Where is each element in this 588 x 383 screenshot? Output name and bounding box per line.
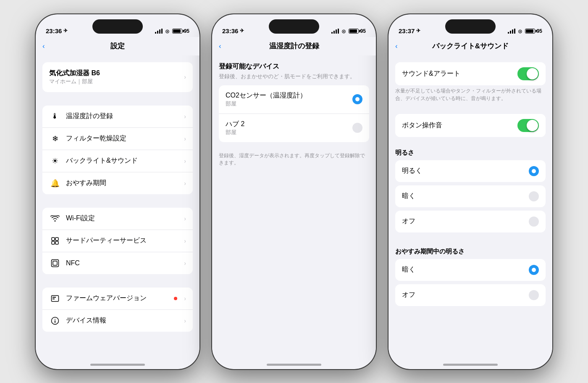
wifi-icon-1: ⊛ [165,28,170,34]
settings-group-3: ファームウェアバージョン › デバイス情報 [42,288,193,332]
status-icons-1: ⊛ 95 [155,28,189,34]
brightness-bright[interactable]: 明るく [395,160,546,182]
reg-section-sub: 登録後、おまかせやのど・肌モードをご利用できます。 [219,73,369,85]
button-sound-row[interactable]: ボタン操作音 [395,114,546,137]
filter-icon: ❄ [49,133,61,145]
thermometer-icon: 🌡 [49,111,61,122]
back-button-3[interactable]: ‹ [395,42,398,50]
brightness-title: 明るさ [395,144,546,160]
reg-device-hub[interactable]: ハブ 2 部屋 [219,114,369,142]
dynamic-island-1 [92,19,143,34]
signal-3 [508,29,515,34]
dynamic-island-3 [445,19,496,34]
svg-rect-8 [52,298,55,299]
battery-icon-1 [172,29,182,34]
brightness-off[interactable]: オフ [395,211,546,232]
sound-section: サウンド&アラート [395,62,546,85]
reg-device-co2[interactable]: CO2センサー（温湿度計） 部屋 [219,85,369,114]
nav-header-2: ‹ 温湿度計の登録 [212,37,376,55]
sleep-brightness-title: おやすみ期間中の明るさ [395,243,546,259]
settings-group-2: Wi-Fi設定 › サードパーティーサービス [42,208,193,274]
brightness-off-radio [529,217,539,227]
back-button-1[interactable]: ‹ [42,42,45,50]
page-title-3: バックライト&サウンド [432,41,509,51]
phone-1: 23:36 ✈ ⊛ 95 [36,14,200,369]
menu-thermometer[interactable]: 🌡 温湿度計の登録 › [42,106,193,128]
battery-icon-3 [525,29,535,34]
svg-rect-3 [55,241,58,244]
wifi-icon-3: ⊛ [518,28,522,34]
reg-note: 登録後、湿度データが表示されます。再度タップして登録解除できます。 [212,147,376,172]
brightness-dark[interactable]: 暗く [395,185,546,207]
svg-rect-0 [52,238,55,240]
device-chevron: › [184,74,186,80]
svg-rect-1 [55,238,58,240]
status-icons-2: ⊛ 95 [331,28,366,34]
nfc-icon [49,257,61,269]
reg-section-title: 登録可能なデバイス [219,62,369,73]
sound-note: 水量が不足している場合やタンク・フィルターが外されている場合、デバイスが傾いてい… [388,85,552,107]
time-1: 23:36 ✈ [46,27,68,34]
button-sound-section: ボタン操作音 [395,114,546,137]
page-title-2: 温湿度計の登録 [269,41,319,51]
sound-alert-row[interactable]: サウンド&アラート [395,62,546,85]
dynamic-island-2 [269,19,319,34]
content-2: 登録可能なデバイス 登録後、おまかせやのど・肌モードをご利用できます。 CO2セ… [212,55,376,355]
menu-third-party[interactable]: サードパーティーサービス › [42,230,193,252]
signal-1 [155,29,163,34]
menu-device-info[interactable]: デバイス情報 › [42,310,193,332]
content-3: サウンド&アラート 水量が不足している場合やタンク・フィルターが外されている場合… [388,55,552,355]
menu-sleep[interactable]: 🔔 おやすみ期間 › [42,172,193,194]
sleep-off-radio [529,290,539,300]
status-icons-3: ⊛ 95 [508,28,542,34]
brightness-dark-radio [529,191,539,201]
back-button-2[interactable]: ‹ [219,42,221,50]
sleep-off[interactable]: オフ [395,284,546,306]
sleep-brightness-section: おやすみ期間中の明るさ 暗く オフ [395,243,546,306]
firmware-icon [49,293,61,304]
home-bar-1 [90,364,145,366]
sound-toggle[interactable] [517,67,539,80]
menu-filter[interactable]: ❄ フィルター乾燥設定 › [42,128,193,150]
menu-backlight[interactable]: ☀ バックライト&サウンド › [42,150,193,172]
svg-rect-2 [52,241,55,244]
nav-header-1: ‹ 設定 [36,37,200,55]
reg-device-list: CO2センサー（温湿度計） 部屋 ハブ 2 部屋 [219,85,369,142]
backlight-icon: ☀ [49,155,61,167]
firmware-update-dot [174,297,177,300]
menu-wifi[interactable]: Wi-Fi設定 › [42,208,193,230]
page-title-1: 設定 [110,41,125,51]
phone-3: 23:37 ✈ ⊛ 95 [388,14,552,369]
wifi-icon-2: ⊛ [341,28,346,34]
info-icon [49,315,61,327]
time-3: 23:37 ✈ [399,27,420,34]
content-1: 気化式加湿器 B6 マイホーム｜部屋 › 🌡 温湿度計の登録 › ❄ [36,55,200,355]
button-sound-toggle[interactable] [517,119,539,132]
svg-rect-11 [55,320,55,323]
svg-point-10 [55,319,55,320]
battery-icon-2 [349,29,359,34]
time-2: 23:36 ✈ [222,27,244,34]
svg-rect-4 [52,259,59,267]
sleep-dark-radio [529,265,539,275]
home-bar-2 [267,364,321,366]
svg-rect-6 [52,296,59,301]
third-party-icon [49,235,61,247]
svg-rect-7 [52,297,56,298]
sleep-dark[interactable]: 暗く [395,259,546,281]
radio-hub-unselected [352,123,362,133]
home-bar-3 [443,364,498,366]
brightness-bright-radio [529,166,539,176]
nav-header-3: ‹ バックライト&サウンド [388,37,552,55]
menu-firmware[interactable]: ファームウェアバージョン › [42,288,193,310]
brightness-section: 明るさ 明るく 暗く オフ [395,144,546,232]
sleep-icon: 🔔 [49,177,61,189]
radio-co2-selected [352,94,362,104]
svg-rect-5 [53,261,57,265]
menu-nfc[interactable]: NFC › [42,252,193,274]
settings-group-1: 🌡 温湿度計の登録 › ❄ フィルター乾燥設定 › ☀ バックラ [42,106,193,194]
wifi-settings-icon [49,213,61,225]
device-header[interactable]: 気化式加湿器 B6 マイホーム｜部屋 › [42,62,193,92]
phone-2: 23:36 ✈ ⊛ 95 [212,14,376,369]
signal-2 [331,29,339,34]
